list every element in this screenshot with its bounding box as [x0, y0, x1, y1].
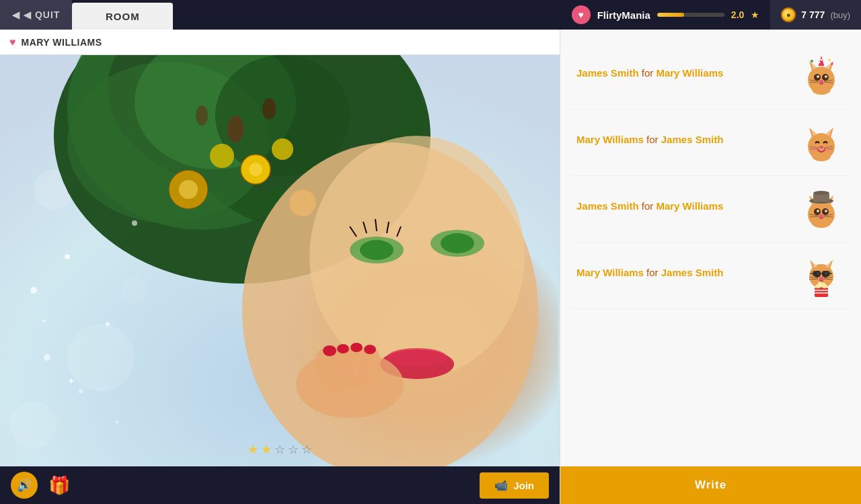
- brand-star-icon: ★: [751, 9, 759, 20]
- cat-sticker-4: [798, 252, 845, 299]
- brand-rating-value: 2.0: [731, 9, 744, 20]
- chat-sender-2: Mary Williams: [576, 134, 644, 145]
- svg-point-74: [828, 58, 831, 61]
- svg-point-20: [227, 116, 244, 142]
- svg-point-49: [79, 389, 83, 393]
- chat-message-2: Mary Williams for James Smith: [576, 132, 723, 146]
- cat-party-svg: [800, 54, 844, 98]
- left-panel: ♥ MARY WILLIAMS: [0, 30, 560, 504]
- svg-point-122: [819, 277, 823, 280]
- join-button[interactable]: 📹 Join: [480, 472, 549, 499]
- quit-button[interactable]: ◀ ◀ QUIT: [0, 0, 72, 30]
- chat-text-area-3: James Smith for Mary Williams: [576, 185, 791, 226]
- svg-point-134: [821, 282, 825, 286]
- gift-icon: 🎁: [48, 475, 70, 496]
- star-3: ☆: [274, 442, 285, 457]
- chat-message-3: James Smith for Mary Williams: [576, 199, 723, 213]
- rating-bar-fill: [657, 13, 684, 17]
- join-label: Join: [513, 480, 534, 491]
- video-area: ✦ ✦ ✦ ★ ★ ☆ ☆ ☆: [0, 55, 560, 466]
- chat-for-4: for: [646, 267, 661, 278]
- chat-recipient-2: James Smith: [661, 134, 724, 145]
- svg-point-42: [323, 345, 336, 356]
- bottom-bar: 🔊 🎁 📹 Join: [0, 466, 560, 504]
- right-panel: James Smith for Mary Williams: [560, 30, 861, 504]
- chat-item-3: James Smith for Mary Williams: [571, 176, 850, 243]
- svg-point-83: [819, 146, 823, 149]
- brand-name: FlirtyMania: [597, 9, 650, 21]
- svg-point-64: [825, 75, 827, 78]
- chat-messages: James Smith for Mary Williams: [560, 30, 861, 466]
- sound-icon: 🔊: [17, 478, 32, 493]
- svg-point-48: [44, 354, 50, 361]
- coins-amount: 7 777: [801, 9, 825, 20]
- tab-room[interactable]: ROOM: [72, 3, 173, 30]
- chat-text-area-4: Mary Williams for James Smith: [576, 252, 791, 292]
- brand-area: ♥ FlirtyMania 2.0 ★: [561, 5, 771, 24]
- coin-icon: ●: [781, 7, 796, 22]
- rating-bar: [657, 13, 724, 17]
- svg-point-98: [817, 210, 819, 212]
- main-area: ♥ MARY WILLIAMS: [0, 30, 861, 504]
- svg-text:✦: ✦: [67, 376, 75, 386]
- svg-point-89: [825, 146, 831, 153]
- svg-point-2: [67, 324, 135, 391]
- write-button-area[interactable]: Write: [560, 466, 861, 504]
- user-name: MARY WILLIAMS: [22, 37, 102, 48]
- chat-item-4: Mary Williams for James Smith: [571, 243, 850, 309]
- svg-point-45: [364, 345, 376, 354]
- star-1: ★: [248, 442, 258, 457]
- svg-point-25: [309, 136, 525, 378]
- chat-for-2: for: [646, 134, 661, 145]
- cat-hat-svg: [800, 187, 844, 231]
- brand-heart-icon: ♥: [572, 5, 591, 24]
- svg-point-19: [272, 138, 293, 160]
- svg-point-4: [121, 277, 148, 304]
- star-5: ☆: [301, 442, 312, 457]
- chat-recipient-4: James Smith: [661, 267, 724, 278]
- svg-point-14: [179, 180, 198, 199]
- chat-recipient-3: Mary Williams: [656, 200, 723, 212]
- svg-point-51: [30, 287, 37, 294]
- chat-recipient-1: Mary Williams: [656, 67, 723, 79]
- star-4: ☆: [288, 442, 299, 457]
- chat-item-1: James Smith for Mary Williams: [571, 43, 850, 110]
- svg-rect-127: [815, 288, 828, 297]
- sound-button[interactable]: 🔊: [11, 472, 38, 499]
- quit-label: ◀ QUIT: [24, 9, 60, 20]
- svg-point-27: [360, 240, 394, 260]
- video-bg-svg: ✦ ✦ ✦: [0, 55, 560, 466]
- svg-point-133: [818, 282, 822, 285]
- cat-happy-svg: [800, 121, 844, 165]
- chat-sender-1: James Smith: [576, 67, 639, 79]
- chat-for-3: for: [642, 200, 657, 212]
- chat-message-1: James Smith for Mary Williams: [576, 66, 723, 80]
- svg-point-63: [817, 75, 819, 78]
- svg-rect-117: [813, 271, 821, 276]
- cat-popcorn-svg: [800, 254, 844, 298]
- svg-point-18: [210, 144, 234, 168]
- video-stars: ★ ★ ☆ ☆ ☆: [248, 442, 312, 457]
- quit-arrow-icon: ◀: [12, 9, 20, 20]
- svg-point-21: [262, 98, 276, 120]
- coins-buy-label: (buy): [830, 10, 850, 20]
- svg-point-107: [813, 191, 829, 195]
- top-bar: ◀ ◀ QUIT ROOM ♥ FlirtyMania 2.0 ★ ● 7 77…: [0, 0, 861, 30]
- user-heart-icon: ♥: [9, 36, 16, 48]
- chat-item-2: Mary Williams for James Smith: [571, 110, 850, 176]
- user-header: ♥ MARY WILLIAMS: [0, 30, 560, 55]
- camera-icon: 📹: [494, 479, 508, 492]
- svg-rect-118: [822, 271, 830, 276]
- svg-point-36: [387, 348, 447, 367]
- cat-sticker-2: [798, 119, 845, 166]
- coins-area[interactable]: ● 7 777 (buy): [770, 0, 861, 30]
- svg-point-16: [249, 163, 262, 176]
- gift-button[interactable]: 🎁: [46, 472, 73, 499]
- chat-text-area-1: James Smith for Mary Williams: [576, 52, 791, 93]
- svg-point-100: [819, 214, 823, 217]
- svg-point-73: [819, 62, 821, 63]
- write-button[interactable]: Write: [560, 466, 861, 504]
- top-right-area: ♥ FlirtyMania 2.0 ★ ● 7 777 (buy): [561, 0, 861, 30]
- svg-point-72: [820, 58, 822, 60]
- svg-point-44: [350, 343, 363, 352]
